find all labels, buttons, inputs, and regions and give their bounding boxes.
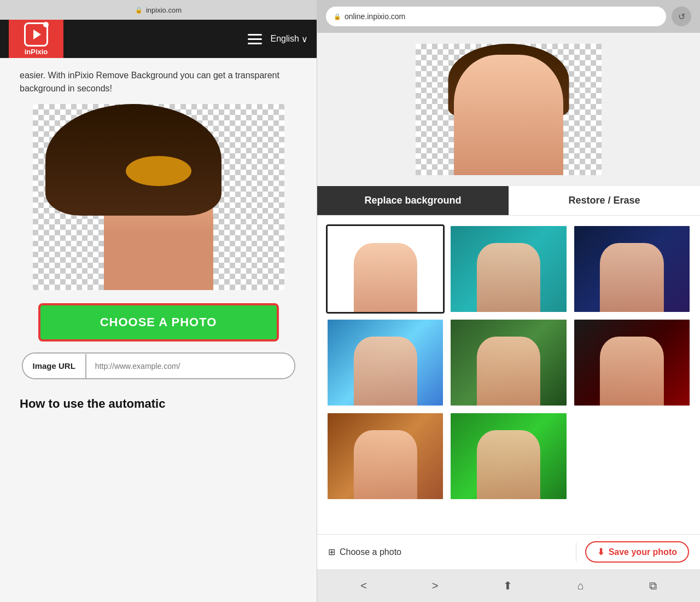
bg-option-white[interactable]	[326, 224, 445, 314]
chevron-down-icon: ∨	[301, 34, 308, 44]
bg-option-dark-fire[interactable]	[573, 318, 691, 407]
image-url-label: Image URL	[23, 354, 85, 378]
selfie-person	[33, 104, 284, 290]
thumb-person-brick	[354, 430, 417, 499]
logo-box: inPixio	[9, 20, 63, 58]
right-content: Replace background Restore / Erase	[317, 33, 700, 569]
content-spacer	[317, 510, 700, 534]
image-url-row: Image URL	[22, 352, 295, 379]
left-panel: 🔒 inpixio.com inPixio English ∨ easier. …	[0, 0, 317, 602]
background-grid	[317, 216, 700, 510]
forward-button[interactable]: >	[432, 580, 439, 592]
url-bar-right: 🔒 online.inpixio.com	[326, 7, 666, 26]
choose-photo-button[interactable]: CHOOSE A PHOTO	[38, 303, 279, 341]
tagline-text: easier. With inPixio Remove Background y…	[20, 58, 297, 104]
bg-mountain-inner	[328, 320, 443, 406]
preview-person	[454, 55, 563, 175]
language-selector[interactable]: English ∨	[271, 34, 308, 44]
back-button[interactable]: <	[360, 580, 367, 592]
thumb-person-white	[354, 243, 417, 312]
image-url-input[interactable]	[86, 354, 294, 378]
logo-dot	[43, 22, 49, 27]
bg-option-mountain[interactable]	[326, 318, 445, 407]
url-left: inpixio.com	[146, 6, 182, 14]
tab-restore-erase[interactable]: Restore / Erase	[509, 186, 700, 215]
bg-teal-inner	[451, 226, 566, 312]
download-icon: ⬇	[597, 547, 604, 557]
bg-option-space[interactable]	[573, 224, 691, 314]
lock-icon-left: 🔒	[135, 7, 143, 14]
bookmark-button[interactable]: ⌂	[578, 580, 584, 592]
preview-checker	[416, 44, 602, 175]
language-label: English	[271, 34, 299, 44]
thumb-person-space	[600, 243, 663, 312]
nav-bar: inPixio English ∨	[0, 20, 317, 58]
bg-option-green[interactable]	[449, 412, 568, 501]
bg-green-inner	[451, 413, 566, 499]
bg-space-inner	[574, 226, 690, 312]
photo-preview-left	[33, 104, 284, 290]
hamburger-menu[interactable]	[248, 34, 262, 44]
bg-option-forest[interactable]	[449, 318, 568, 407]
logo-text: inPixio	[25, 48, 48, 56]
share-button[interactable]: ⬆	[503, 579, 512, 592]
browser-bar-left: 🔒 inpixio.com	[0, 0, 317, 20]
thumb-person-dark-fire	[600, 337, 663, 406]
refresh-button[interactable]: ↺	[672, 7, 691, 26]
save-photo-button[interactable]: ⬇ Save your photo	[585, 541, 689, 563]
tabs-button[interactable]: ⧉	[649, 580, 657, 592]
thumb-person-mountain	[354, 337, 417, 406]
bg-brick-inner	[328, 413, 443, 499]
bg-option-teal[interactable]	[449, 224, 568, 314]
browser-bar-right: 🔒 online.inpixio.com ↺	[317, 0, 700, 33]
thumb-person-forest	[477, 337, 540, 406]
preview-area	[317, 33, 700, 186]
how-to-title: How to use the automatic	[20, 397, 297, 411]
bg-white-inner	[328, 226, 443, 312]
ios-browser-bar: < > ⬆ ⌂ ⧉	[317, 569, 700, 602]
lock-icon-right: 🔒	[334, 13, 341, 20]
tab-row: Replace background Restore / Erase	[317, 186, 700, 216]
logo-play-icon	[24, 22, 48, 47]
bg-option-brick[interactable]	[326, 412, 445, 501]
thumb-person-teal	[477, 243, 540, 312]
save-photo-label: Save your photo	[609, 547, 677, 557]
right-panel: 🔒 online.inpixio.com ↺ Replace backgroun…	[317, 0, 700, 602]
bg-dark-fire-inner	[574, 320, 690, 406]
bottom-divider	[576, 542, 576, 562]
hair-layer	[45, 104, 221, 216]
thumb-person-green	[477, 430, 540, 499]
bg-forest-inner	[451, 320, 566, 406]
bottom-bar: ⊞ Choose a photo ⬇ Save your photo	[317, 534, 700, 569]
left-content: easier. With inPixio Remove Background y…	[0, 58, 317, 602]
choose-photo-label: Choose a photo	[340, 547, 401, 557]
url-right: online.inpixio.com	[345, 12, 405, 21]
choose-photo-bottom[interactable]: ⊞ Choose a photo	[328, 547, 567, 557]
tab-replace-background[interactable]: Replace background	[317, 186, 509, 215]
image-icon: ⊞	[328, 547, 335, 557]
